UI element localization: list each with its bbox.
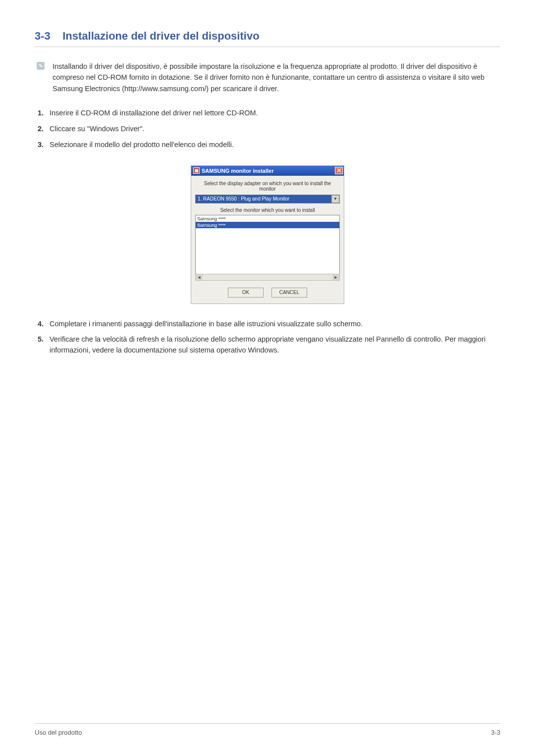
section-heading: 3-3 Installazione del driver del disposi… [35, 30, 500, 47]
info-note: ✎ Installando il driver del dispositivo,… [35, 61, 500, 94]
adapter-combobox[interactable]: 1. RADEON 9550 : Plug and Play Monitor ▼ [195, 195, 340, 203]
adapter-label: Select the display adapter on which you … [195, 181, 340, 192]
page-footer: Uso del prodotto 3-3 [35, 723, 500, 736]
section-number: 3-3 [35, 30, 51, 42]
step-item: Cliccare su "Windows Driver". [46, 124, 500, 135]
chevron-down-icon[interactable]: ▼ [331, 195, 339, 203]
monitor-label: Select the monitor which you want to ins… [195, 207, 340, 213]
scroll-left-icon[interactable]: ◄ [196, 274, 203, 280]
info-text: Installando il driver del dispositivo, è… [53, 61, 500, 94]
list-item[interactable]: Samsung **** [196, 222, 339, 228]
footer-left: Uso del prodotto [35, 729, 82, 736]
scroll-track[interactable] [203, 274, 332, 280]
footer-right: 3-3 [491, 729, 500, 736]
step-item: Completare i rimanenti passaggi dell'ins… [46, 319, 500, 330]
steps-list: Inserire il CD-ROM di installazione del … [35, 108, 500, 150]
note-icon: ✎ [37, 62, 45, 70]
app-icon: ▣ [193, 167, 200, 174]
dialog-titlebar: ▣ SAMSUNG monitor installer ✕ [191, 166, 344, 176]
step-item: Verificare che la velocità di refresh e … [46, 334, 500, 356]
section-title: Installazione del driver del dispositivo [62, 30, 259, 42]
steps-list-continued: Completare i rimanenti passaggi dell'ins… [35, 319, 500, 356]
close-button[interactable]: ✕ [335, 167, 343, 174]
adapter-selected-text: 1. RADEON 9550 : Plug and Play Monitor [198, 196, 331, 202]
step-item: Selezionare il modello del prodotto nell… [46, 140, 500, 151]
list-item[interactable]: Samsung **** [196, 215, 339, 222]
dialog-title: SAMSUNG monitor installer [202, 168, 335, 174]
installer-dialog: ▣ SAMSUNG monitor installer ✕ Select the… [191, 165, 344, 304]
ok-button[interactable]: OK [228, 288, 264, 298]
horizontal-scrollbar[interactable]: ◄ ► [195, 274, 340, 281]
cancel-button[interactable]: CANCEL [271, 288, 307, 298]
monitor-listbox[interactable]: Samsung **** Samsung **** [195, 215, 340, 274]
scroll-right-icon[interactable]: ► [332, 274, 339, 280]
step-item: Inserire il CD-ROM di installazione del … [46, 108, 500, 119]
